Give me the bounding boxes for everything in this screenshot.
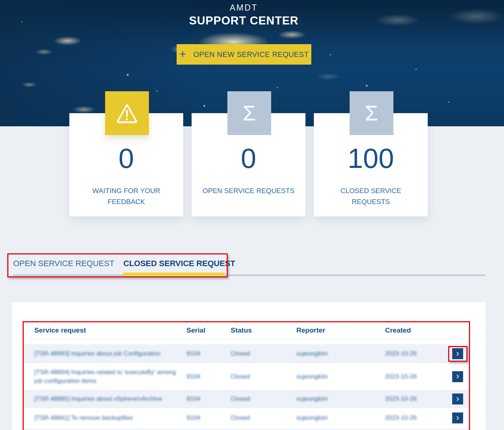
open-row-detail-button[interactable]: › bbox=[452, 412, 463, 423]
tab-open-service-request[interactable]: OPEN SERVICE REQUEST bbox=[13, 259, 114, 268]
stat-card-waiting-feedback: 0 WAITING FOR YOUR FEEDBACK bbox=[69, 113, 183, 216]
status-value: Closed bbox=[231, 373, 250, 380]
status-value: Closed bbox=[231, 350, 250, 357]
reporter-value: sujeongkim bbox=[296, 350, 328, 357]
next-row-partial bbox=[23, 429, 470, 430]
reporter-value: sujeongkim bbox=[296, 414, 328, 422]
chevron-right-icon: › bbox=[456, 372, 459, 380]
sigma-icon: Σ bbox=[227, 91, 271, 135]
app-title: AMDT bbox=[0, 3, 488, 13]
open-requests-label: OPEN SERVICE REQUESTS bbox=[192, 185, 305, 196]
warning-triangle-icon bbox=[105, 91, 149, 135]
created-value: 2023-10-26 bbox=[385, 414, 417, 422]
open-new-service-request-button[interactable]: + OPEN NEW SERVICE REQUEST bbox=[177, 44, 311, 65]
reporter-value: sujeongkim bbox=[296, 395, 328, 403]
open-row-detail-button[interactable]: › bbox=[452, 371, 463, 382]
status-value: Closed bbox=[231, 395, 250, 403]
status-value: Closed bbox=[231, 414, 250, 422]
column-header-created: Created bbox=[385, 326, 411, 334]
service-request-title: [TSR-48894] Inquiries related to 'execut… bbox=[34, 368, 184, 385]
reporter-value: sujeongkim bbox=[296, 373, 328, 380]
closed-service-request-table: Service request Serial Status Reporter C… bbox=[23, 322, 470, 430]
plus-icon: + bbox=[179, 48, 186, 60]
created-value: 2023-10-26 bbox=[385, 350, 417, 357]
closed-requests-label: CLOSED SERVICE REQUESTS bbox=[314, 185, 428, 207]
column-header-serial: Serial bbox=[186, 326, 205, 334]
tab-closed-service-request[interactable]: CLOSED SERVICE REQUEST bbox=[123, 259, 235, 268]
created-value: 2023-10-26 bbox=[385, 395, 417, 403]
active-tab-underline bbox=[123, 273, 225, 276]
chevron-right-icon: › bbox=[456, 413, 459, 422]
open-new-service-request-label: OPEN NEW SERVICE REQUEST bbox=[193, 50, 309, 59]
service-request-title: [TSR-48841] To remove backupfiles bbox=[34, 414, 184, 422]
created-value: 2023-10-26 bbox=[385, 373, 417, 380]
column-header-reporter: Reporter bbox=[296, 326, 325, 334]
hero-titles: AMDT SUPPORT CENTER bbox=[0, 3, 488, 27]
table-row[interactable]: [TSR-48885] Inquiries about vSphere/vArc… bbox=[23, 390, 470, 408]
table-row[interactable]: [TSR-48993] Inquiries about job Configur… bbox=[23, 344, 470, 363]
serial-value: 9104 bbox=[186, 373, 200, 380]
open-row-detail-button[interactable]: › bbox=[452, 348, 463, 359]
stat-card-closed-requests: Σ 100 CLOSED SERVICE REQUESTS bbox=[314, 113, 428, 216]
column-header-status: Status bbox=[231, 326, 252, 334]
page-title: SUPPORT CENTER bbox=[0, 14, 488, 27]
serial-value: 9104 bbox=[186, 395, 200, 403]
service-request-title: [TSR-48993] Inquiries about job Configur… bbox=[34, 349, 184, 358]
table-row[interactable]: [TSR-48841] To remove backupfiles 9104 C… bbox=[23, 408, 470, 428]
service-request-title: [TSR-48885] Inquiries about vSphere/vArc… bbox=[34, 395, 184, 403]
serial-value: 9104 bbox=[186, 414, 200, 422]
open-row-detail-button[interactable]: › bbox=[452, 393, 463, 404]
tabs-baseline bbox=[13, 274, 485, 276]
sigma-icon: Σ bbox=[350, 91, 393, 135]
table-row[interactable]: [TSR-48894] Inquiries related to 'execut… bbox=[23, 363, 470, 390]
stat-card-open-requests: Σ 0 OPEN SERVICE REQUESTS bbox=[192, 113, 305, 216]
serial-value: 9104 bbox=[186, 350, 200, 357]
support-center-page: AMDT SUPPORT CENTER + OPEN NEW SERVICE R… bbox=[0, 0, 504, 430]
table-header-row: Service request Serial Status Reporter C… bbox=[23, 322, 470, 339]
chevron-right-icon: › bbox=[456, 349, 459, 358]
waiting-feedback-label: WAITING FOR YOUR FEEDBACK bbox=[69, 185, 183, 207]
column-header-service-request: Service request bbox=[34, 326, 86, 334]
chevron-right-icon: › bbox=[456, 394, 459, 403]
